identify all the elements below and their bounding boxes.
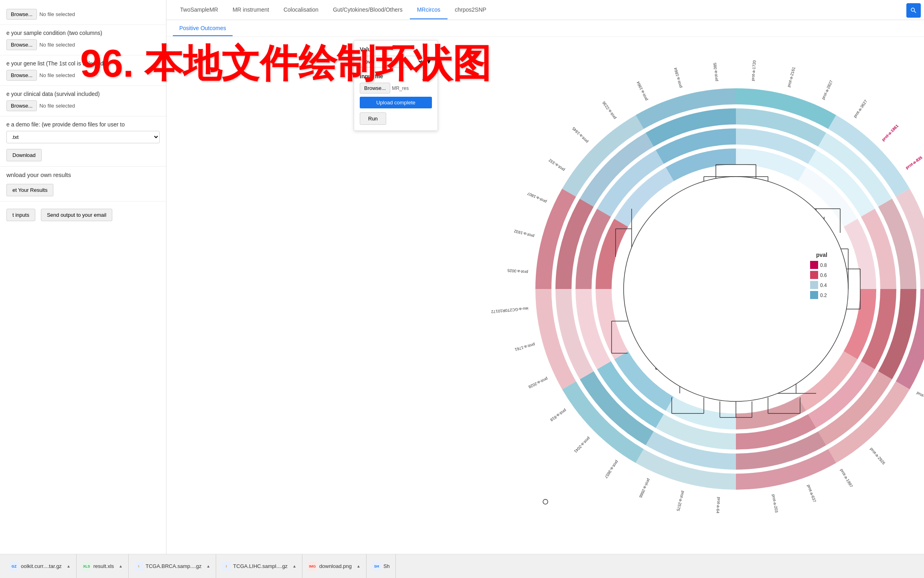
reset-inputs-button[interactable]: t inputs	[6, 209, 35, 221]
taskbar-item-tcga-lihc[interactable]: ! TCGA.LIHC.sampl....gz ▲	[216, 554, 302, 578]
legend-color-1	[810, 261, 818, 269]
run-button[interactable]: Run	[360, 112, 386, 125]
browse-btn-4[interactable]: Browse...	[6, 100, 37, 111]
tab-positive-outcomes[interactable]: Positive Outcomes	[173, 21, 233, 36]
sample-condition-label: e your sample condition (two columns)	[6, 30, 160, 36]
taskbar: GZ oolkit.curr....tar.gz ▲ XLS result.xl…	[0, 554, 924, 578]
toolkit-gz-icon: GZ	[10, 562, 18, 571]
no-file-1: No file selected	[39, 11, 160, 17]
taskbar-item-toolkit[interactable]: GZ oolkit.curr....tar.gz ▲	[4, 554, 77, 578]
browse-btn-3[interactable]: Browse...	[6, 70, 37, 81]
browse-btn-1[interactable]: Browse...	[6, 9, 37, 20]
download-png-icon: IMG	[308, 562, 317, 571]
legend-value-2: 0.6	[820, 273, 827, 278]
send-email-button[interactable]: Send output to your email	[41, 209, 112, 221]
get-results-button[interactable]: et Your Results	[6, 184, 53, 196]
taskbar-item-sh[interactable]: SH Sh	[367, 554, 396, 578]
sh-icon: SH	[372, 562, 381, 571]
taskbar-label-tcga-lihc: TCGA.LIHC.sampl....gz	[233, 563, 288, 569]
tab-twosamplemr[interactable]: TwoSampleMR	[173, 1, 225, 19]
overlay-title: 96. 本地文件绘制环状图	[80, 38, 491, 90]
section-download-results: wnload your own results et Your Results	[0, 167, 166, 201]
sub-tab-bar: Positive Outcomes	[166, 20, 924, 37]
search-button[interactable]	[906, 3, 921, 18]
taskbar-chevron-1: ▲	[67, 564, 71, 568]
taskbar-item-result[interactable]: XLS result.xls ▲	[77, 554, 129, 578]
taskbar-label-result: result.xls	[93, 563, 114, 569]
legend-color-3	[810, 281, 818, 289]
main-tab-bar: TwoSampleMR MR instrument Colocalisation…	[166, 0, 924, 20]
section-clinical-data: e your clinical data (survival included)…	[0, 86, 166, 116]
legend-color-4	[810, 291, 818, 299]
tab-colocalisation[interactable]: Colocalisation	[276, 1, 326, 19]
upload-complete-button[interactable]: Upload complete	[360, 97, 432, 108]
tab-gut-cytokines[interactable]: Gut/Cytokines/Blood/Others	[326, 1, 410, 19]
legend-value-4: 0.2	[820, 293, 827, 298]
tcga-lihc-icon: !	[222, 562, 231, 571]
legend-title: pval	[816, 252, 827, 258]
circular-chart: IVW MR Egger Simple mode Weighted mode p…	[443, 42, 924, 536]
taskbar-item-download-png[interactable]: IMG download.png ▲	[302, 554, 367, 578]
download-results-title: wnload your own results	[6, 171, 160, 178]
taskbar-chevron-3: ▲	[206, 564, 210, 568]
no-file-4: No file selected	[39, 103, 160, 109]
section-demo: e a demo file: (we provide demo files fo…	[0, 116, 166, 167]
tab-chrpos2snp[interactable]: chrpos2SNP	[448, 1, 494, 19]
result-xls-icon: XLS	[82, 562, 91, 571]
browse-btn-2[interactable]: Browse...	[6, 39, 37, 50]
taskbar-label-toolkit: oolkit.curr....tar.gz	[21, 563, 62, 569]
legend-value-3: 0.4	[820, 283, 827, 288]
taskbar-chevron-5: ▲	[357, 564, 361, 568]
taskbar-label-sh: Sh	[383, 563, 390, 569]
tab-mrcircos[interactable]: MRcircos	[410, 1, 448, 19]
legend-value-1: 0.8	[820, 263, 827, 268]
legend-color-2	[810, 271, 818, 279]
tab-mr-instrument[interactable]: MR instrument	[225, 1, 276, 19]
taskbar-label-tcga-brca: TCGA.BRCA.samp....gz	[146, 563, 201, 569]
tcga-brca-icon: !	[134, 562, 143, 571]
download-button[interactable]: Download	[6, 149, 42, 161]
bottom-buttons-section: t inputs Send output to your email	[0, 201, 166, 227]
taskbar-chevron-2: ▲	[119, 564, 123, 568]
taskbar-item-tcga-brca[interactable]: ! TCGA.BRCA.samp....gz ▲	[129, 554, 216, 578]
chart-area: IVW MR Egger Simple mode Weighted mode p…	[443, 42, 924, 536]
demo-label: e a demo file: (we provide demo files fo…	[6, 121, 160, 128]
clinical-data-label: e your clinical data (survival included)	[6, 91, 160, 97]
demo-select[interactable]: .txt	[6, 131, 160, 143]
search-icon	[910, 7, 917, 14]
section-file-1: Browse... No file selected	[0, 4, 166, 25]
taskbar-label-download-png: download.png	[319, 563, 352, 569]
taskbar-chevron-4: ▲	[292, 564, 296, 568]
